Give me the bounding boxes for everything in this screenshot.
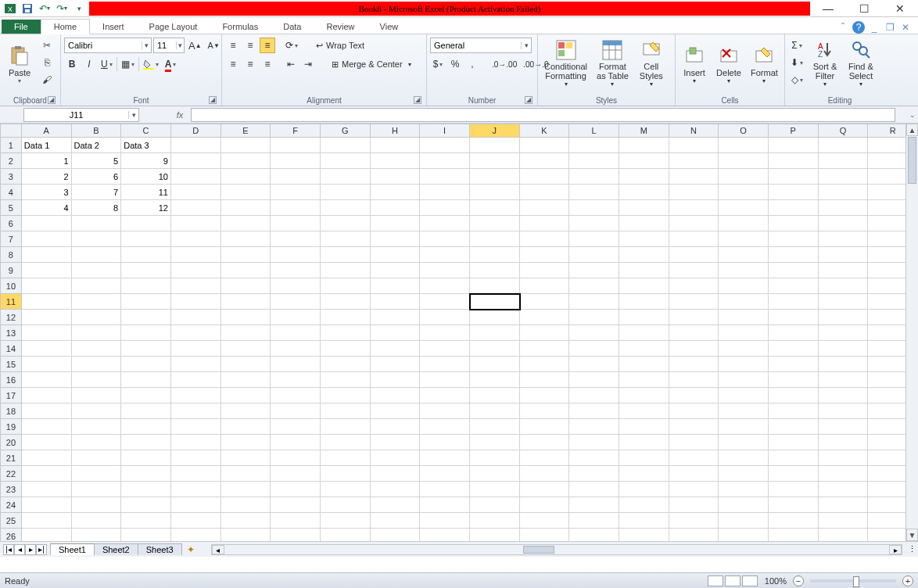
fill-icon[interactable]: ⬇ (788, 55, 805, 70)
cell[interactable] (769, 450, 819, 466)
cell[interactable] (819, 185, 869, 200)
cell[interactable] (221, 278, 271, 294)
cell[interactable] (769, 466, 819, 482)
cell[interactable] (420, 200, 470, 216)
cell[interactable] (769, 263, 819, 278)
cell[interactable] (669, 403, 719, 419)
cell[interactable] (221, 247, 271, 263)
cell[interactable] (769, 325, 819, 341)
cell[interactable] (669, 138, 719, 153)
cell[interactable] (719, 403, 769, 419)
cell[interactable] (470, 278, 520, 294)
cell[interactable] (321, 497, 371, 513)
cell[interactable] (569, 231, 619, 247)
cell[interactable] (719, 247, 769, 263)
cell[interactable] (171, 482, 221, 497)
formula-bar[interactable] (191, 108, 895, 122)
cell[interactable] (271, 200, 321, 216)
column-header[interactable]: F (271, 124, 321, 138)
cell[interactable] (569, 278, 619, 294)
cell[interactable] (72, 403, 122, 419)
cell[interactable] (619, 185, 669, 200)
column-header[interactable]: L (569, 124, 619, 138)
row-header[interactable]: 2 (0, 153, 22, 169)
cell[interactable] (72, 372, 122, 388)
cell[interactable] (371, 450, 421, 466)
cell[interactable] (321, 529, 371, 541)
cell[interactable] (719, 388, 769, 403)
cell[interactable] (470, 372, 520, 388)
vertical-scrollbar[interactable]: ▲ ▼ (905, 124, 918, 541)
name-box[interactable]: ▾ (23, 108, 139, 122)
cell[interactable] (371, 419, 421, 435)
cell[interactable] (420, 310, 470, 325)
cell[interactable] (569, 388, 619, 403)
column-header[interactable]: H (371, 124, 421, 138)
cell[interactable] (420, 388, 470, 403)
cell[interactable] (769, 403, 819, 419)
row-header[interactable]: 21 (0, 450, 22, 466)
cell[interactable] (321, 247, 371, 263)
cell[interactable] (72, 341, 122, 357)
cell[interactable] (569, 435, 619, 450)
cell[interactable] (669, 216, 719, 231)
format-painter-icon[interactable]: 🖌 (39, 72, 55, 88)
cell[interactable] (569, 247, 619, 263)
align-left-icon[interactable]: ≡ (225, 56, 241, 72)
cell[interactable] (520, 247, 570, 263)
cell[interactable] (470, 138, 520, 153)
cell[interactable] (171, 450, 221, 466)
cell[interactable] (420, 325, 470, 341)
maximize-button[interactable]: ☐ (846, 0, 882, 17)
cell[interactable] (619, 466, 669, 482)
column-header[interactable]: B (72, 124, 122, 138)
row-header[interactable]: 26 (0, 529, 22, 541)
cell[interactable] (22, 435, 72, 450)
workbook-close-icon[interactable]: ✕ (899, 21, 912, 34)
cell[interactable] (769, 231, 819, 247)
sheet-tab[interactable]: Sheet3 (138, 543, 182, 555)
cell[interactable] (371, 294, 421, 310)
cell[interactable] (819, 341, 869, 357)
cell[interactable] (569, 325, 619, 341)
cell[interactable] (121, 466, 171, 482)
cell[interactable] (121, 216, 171, 231)
cell[interactable] (22, 216, 72, 231)
cell[interactable] (470, 153, 520, 169)
cell[interactable] (769, 482, 819, 497)
cell[interactable] (121, 450, 171, 466)
cell[interactable] (72, 466, 122, 482)
cell[interactable] (221, 466, 271, 482)
cell[interactable] (321, 513, 371, 529)
cell[interactable] (321, 310, 371, 325)
cell[interactable] (171, 388, 221, 403)
cut-icon[interactable]: ✂ (39, 38, 55, 53)
cell[interactable] (719, 153, 769, 169)
row-header[interactable]: 18 (0, 403, 22, 419)
cell[interactable] (669, 310, 719, 325)
cell[interactable] (719, 278, 769, 294)
cell[interactable]: Data 2 (72, 138, 122, 153)
cell[interactable] (121, 435, 171, 450)
cell[interactable] (420, 450, 470, 466)
save-icon[interactable] (20, 2, 34, 16)
workbook-minimize-icon[interactable]: _ (868, 21, 880, 34)
cell[interactable] (321, 372, 371, 388)
cell[interactable] (520, 310, 570, 325)
cell[interactable] (819, 388, 869, 403)
cell[interactable] (72, 419, 122, 435)
cell[interactable] (420, 403, 470, 419)
hscroll-thumb[interactable] (523, 546, 554, 554)
row-header[interactable]: 24 (0, 497, 22, 513)
cell[interactable] (22, 513, 72, 529)
cell[interactable] (619, 513, 669, 529)
increase-font-icon[interactable]: A▲ (186, 38, 204, 53)
cell[interactable] (420, 357, 470, 372)
column-header[interactable]: I (420, 124, 470, 138)
cell[interactable] (221, 372, 271, 388)
cell[interactable] (819, 278, 869, 294)
cell[interactable] (619, 388, 669, 403)
cell[interactable] (171, 153, 221, 169)
cell[interactable] (171, 403, 221, 419)
row-header[interactable]: 19 (0, 419, 22, 435)
